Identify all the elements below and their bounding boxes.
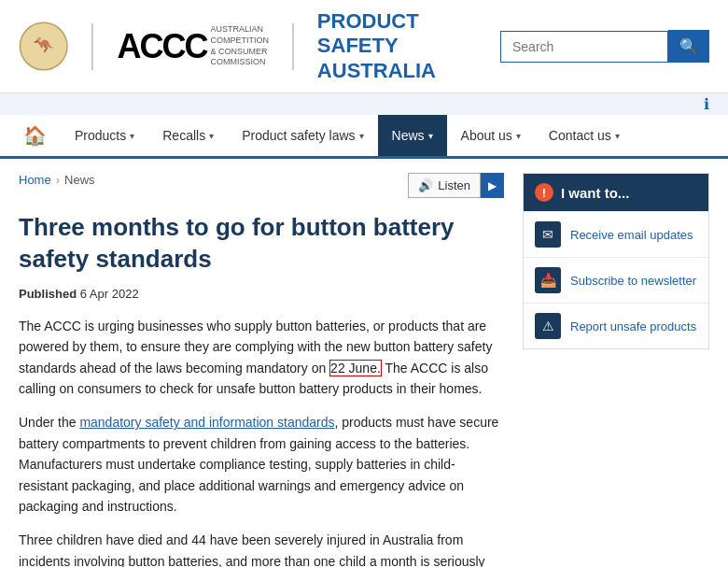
search-area: 🔍	[500, 30, 709, 63]
nav-arrow-recalls: ▾	[209, 131, 214, 141]
nav-arrow-products: ▾	[130, 131, 134, 141]
article-paragraph-3: Three children have died and 44 have bee…	[19, 530, 504, 567]
site-title: PRODUCT SAFETY AUSTRALIA	[317, 9, 500, 83]
breadcrumb-home[interactable]: Home	[19, 173, 51, 187]
info-bar: ℹ	[0, 93, 728, 115]
nav-item-about-us[interactable]: About us ▾	[447, 115, 535, 156]
breadcrumb-current: News	[64, 173, 95, 187]
nav-label-news: News	[392, 128, 425, 143]
info-icon[interactable]: ℹ	[704, 95, 709, 113]
accc-acronym: ACCC	[117, 27, 206, 66]
article-paragraph-1: The ACCC is urging businesses who supply…	[19, 316, 504, 400]
logo-divider	[91, 23, 93, 70]
date-highlight: 22 June.	[329, 360, 382, 376]
accc-wordmark: ACCC AUSTRALIAN COMPETITION & CONSUMER C…	[117, 24, 269, 68]
listen-icon: 🔊	[418, 178, 433, 192]
listen-button[interactable]: 🔊 Listen	[408, 173, 481, 198]
site-header: 🦘 ACCC AUSTRALIAN COMPETITION & CONSUMER…	[0, 0, 728, 93]
nav-arrow-contact-us: ▾	[615, 131, 620, 141]
search-icon: 🔍	[679, 38, 698, 54]
sidebar-card-header: ! I want to...	[524, 174, 708, 211]
breadcrumb-separator: ›	[56, 173, 60, 187]
logo-divider2	[292, 23, 294, 70]
nav-arrow-news: ▾	[428, 131, 433, 141]
nav-arrow-about-us: ▾	[516, 131, 521, 141]
nav-item-product-safety-laws[interactable]: Product safety laws ▾	[228, 115, 377, 156]
nav-label-about-us: About us	[461, 128, 512, 143]
nav-item-recalls[interactable]: Recalls ▾	[148, 115, 228, 156]
nav-label-contact-us: Contact us	[549, 128, 611, 143]
nav-label-products: Products	[75, 128, 126, 143]
svg-text:🦘: 🦘	[34, 35, 54, 55]
play-icon: ▶	[488, 179, 497, 192]
nav-item-contact-us[interactable]: Contact us ▾	[535, 115, 634, 156]
logo-area: 🦘 ACCC AUSTRALIAN COMPETITION & CONSUMER…	[19, 9, 500, 83]
nav-label-recalls: Recalls	[162, 128, 205, 143]
content-wrapper: Home › News 🔊 Listen ▶ Three months to g…	[0, 159, 728, 567]
article-title: Three months to go for button battery sa…	[19, 212, 504, 276]
sidebar-item-newsletter[interactable]: 📥 Subscribe to newsletter	[524, 257, 708, 303]
nav-item-news[interactable]: News ▾	[378, 115, 447, 156]
sidebar-item-email[interactable]: ✉ Receive email updates	[524, 211, 708, 257]
breadcrumb: Home › News	[19, 173, 95, 187]
article-published: Published 6 Apr 2022	[19, 287, 504, 301]
email-icon: ✉	[535, 221, 561, 248]
mandatory-standards-link[interactable]: mandatory safety and information standar…	[79, 415, 334, 430]
sidebar-card: ! I want to... ✉ Receive email updates 📥…	[523, 173, 709, 349]
nav-arrow-product-safety-laws: ▾	[359, 131, 364, 141]
article: Three months to go for button battery sa…	[19, 212, 504, 567]
sidebar-item-report[interactable]: ⚠ Report unsafe products	[524, 303, 708, 348]
sidebar: ! I want to... ✉ Receive email updates 📥…	[523, 173, 709, 567]
nav-item-products[interactable]: Products ▾	[61, 115, 148, 156]
nav-home[interactable]: 🏠	[9, 115, 61, 156]
exclamation-icon: !	[535, 183, 553, 202]
accc-subtitle: AUSTRALIAN COMPETITION & CONSUMER COMMIS…	[210, 24, 269, 68]
listen-label: Listen	[438, 178, 470, 192]
report-icon: ⚠	[535, 313, 561, 339]
accc-emblem: 🦘	[19, 21, 68, 72]
main-nav: 🏠 Products ▾ Recalls ▾ Product safety la…	[0, 115, 728, 159]
search-button[interactable]: 🔍	[668, 30, 709, 63]
search-input[interactable]	[500, 31, 668, 63]
newsletter-icon: 📥	[535, 267, 561, 293]
play-button[interactable]: ▶	[481, 173, 504, 198]
article-paragraph-2: Under the mandatory safety and informati…	[19, 412, 504, 517]
home-icon: 🏠	[23, 124, 47, 147]
listen-bar: 🔊 Listen ▶	[408, 173, 504, 198]
article-body: The ACCC is urging businesses who supply…	[19, 316, 504, 567]
nav-label-product-safety-laws: Product safety laws	[242, 128, 355, 143]
main-content: Home › News 🔊 Listen ▶ Three months to g…	[19, 173, 504, 567]
